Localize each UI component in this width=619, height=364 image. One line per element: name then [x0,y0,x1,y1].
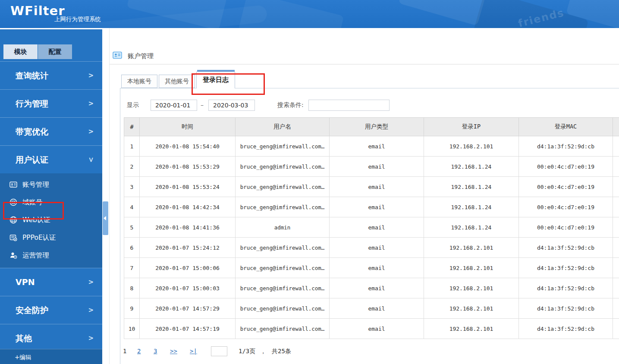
domain-account-icon [9,198,17,206]
sidebar-item-domain-account[interactable]: 域账号 [0,194,102,211]
tab-login-log[interactable]: 登录日志 [196,72,235,88]
sidebar-item-label: 账号管理 [22,181,49,188]
row-index-cell: 8 [124,278,140,298]
sidebar-item-other[interactable]: 其他 > [0,324,102,352]
column-header: 登录MAC [519,118,613,136]
sidebar-item-label: PPPoE认证 [22,234,56,242]
sidebar-item-query-stats[interactable]: 查询统计 > [0,61,102,89]
page-info: 1/3页 [239,348,255,355]
login-mac-cell: 00:e0:4c:d7:e0:19 [519,217,613,238]
login-ip-cell: 192.168.1.24 [424,177,519,197]
sidebar-item-label: 安全防护 [16,305,48,315]
row-index-cell: 9 [124,298,140,319]
page-link-2[interactable]: 2 [137,348,141,355]
extra-cell [613,319,619,339]
sidebar-item-label: 域账号 [22,198,43,206]
table-header: #时间用户名用户类型登录IP登录MAC [124,118,619,136]
page-jump-input[interactable] [211,346,227,356]
sidebar-collapse-handle[interactable] [103,201,108,235]
collapse-left-icon [104,216,106,220]
sidebar-item-bandwidth-opt[interactable]: 带宽优化 > [0,117,102,145]
username-cell: bruce_geng@imfirewall.com… [236,177,330,197]
login-mac-cell: d4:1a:3f:52:9d:cb [519,258,613,278]
column-header: # [124,118,140,136]
tab-other-accounts[interactable]: 其他账号 [159,75,195,88]
table-row: 42020-01-08 14:42:34bruce_geng@imfirewal… [124,197,619,217]
page-current: 1 [123,348,126,355]
sidebar-tab-config[interactable]: 配置 [38,44,72,59]
sidebar-item-behavior-mgmt[interactable]: 行为管理 > [0,89,102,117]
login-ip-cell: 192.168.2.101 [424,258,519,278]
keyboard-decor [398,0,486,26]
globe-icon [9,216,17,224]
username-cell: bruce_geng@imfirewall.com… [236,319,330,339]
page-info-separator: ， [260,348,266,355]
sidebar-item-account-mgmt[interactable]: 账号管理 [0,176,102,194]
table-row: 72020-01-07 15:00:06bruce_geng@imfirewal… [124,258,619,278]
tab-local-accounts[interactable]: 本地账号 [121,75,157,88]
time-cell: 2020-01-08 15:53:29 [140,157,236,177]
active-tab-indicator [197,70,235,72]
user-type-cell: email [330,157,424,177]
user-type-cell: email [330,136,424,157]
content-left-divider [109,28,110,364]
total-records: 共25条 [272,348,291,355]
account-card-icon [113,51,122,59]
sidebar-edit-button[interactable]: +编辑 [0,349,102,364]
chevron-right-icon: > [88,296,94,324]
chevron-right-icon: > [88,268,94,296]
column-header: 时间 [140,118,236,136]
panel-border [120,88,619,88]
username-cell: bruce_geng@imfirewall.com… [236,136,330,157]
sidebar-item-user-auth[interactable]: 用户认证 > [0,145,102,173]
table-row: 32020-01-08 15:53:24bruce_geng@imfirewal… [124,177,619,197]
page-link-3[interactable]: 3 [154,348,157,355]
sidebar-item-label: 其他 [16,333,32,343]
time-cell: 2020-01-08 15:54:40 [140,136,236,157]
sidebar-item-pppoe-auth[interactable]: PPPoE认证 [0,229,102,247]
top-header-bar: friends WFilter 上网行为管理系统 [0,0,619,28]
column-header: 用户名 [236,118,330,136]
username-cell: bruce_geng@imfirewall.com… [236,278,330,298]
login-ip-cell: 192.168.2.101 [424,278,519,298]
login-ip-cell: 192.168.2.101 [424,319,519,339]
date-to-input[interactable] [208,100,255,111]
time-cell: 2020-01-07 15:00:06 [140,258,236,278]
page-last-icon[interactable]: >| [190,348,197,355]
sidebar-item-label: 用户认证 [16,155,48,164]
user-type-cell: email [330,197,424,217]
login-mac-cell: d4:1a:3f:52:9d:cb [519,278,613,298]
extra-cell [613,157,619,177]
login-mac-cell: 00:e0:4c:d7:e0:19 [519,197,613,217]
id-card-icon [9,181,17,188]
username-cell: bruce_geng@imfirewall.com… [236,157,330,177]
page-next-icon[interactable]: >> [170,348,177,355]
sidebar-item-operations-mgmt[interactable]: 运营管理 [0,247,102,264]
chevron-down-icon: > [77,157,105,163]
login-mac-cell: d4:1a:3f:52:9d:cb [519,136,613,157]
sidebar-tab-modules[interactable]: 模块 [3,44,38,59]
extra-cell [613,258,619,278]
user-type-cell: email [330,238,424,258]
login-ip-cell: 192.168.1.24 [424,157,519,177]
sidebar-item-web-auth[interactable]: Web认证 [0,211,102,229]
time-cell: 2020-01-08 14:41:36 [140,217,236,238]
search-condition-input[interactable] [308,100,390,111]
chevron-right-icon: > [88,62,94,90]
date-from-input[interactable] [151,100,197,111]
chevron-right-icon: > [88,118,94,146]
user-type-cell: email [330,298,424,319]
user-type-cell: email [330,319,424,339]
username-cell: bruce_geng@imfirewall.com… [236,238,330,258]
table-row: 82020-01-07 15:00:03bruce_geng@imfirewal… [124,278,619,298]
time-cell: 2020-01-08 15:53:24 [140,177,236,197]
sidebar-item-label: 行为管理 [16,99,48,108]
date-range-separator: – [201,101,204,108]
sidebar-item-vpn[interactable]: VPN > [0,268,102,296]
row-index-cell: 1 [124,136,140,157]
extra-cell [613,217,619,238]
table-row: 62020-01-07 15:24:12bruce_geng@imfirewal… [124,238,619,258]
table-row: 22020-01-08 15:53:29bruce_geng@imfirewal… [124,157,619,177]
sidebar-item-security[interactable]: 安全防护 > [0,296,102,324]
username-cell: bruce_geng@imfirewall.com… [236,298,330,319]
